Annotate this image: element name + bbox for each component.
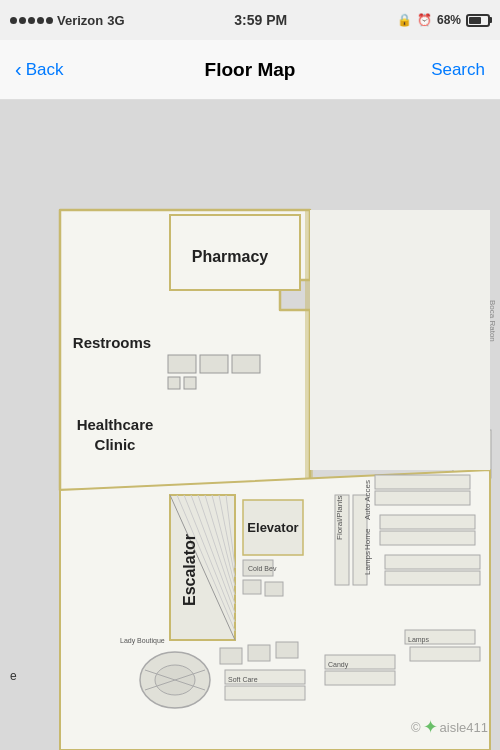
- svg-text:Auto Acces: Auto Acces: [363, 480, 372, 520]
- floor-map-svg: Pharmacy Restrooms Healthcare Clinic Sun…: [0, 100, 500, 750]
- lock-icon: 🔒: [397, 13, 412, 27]
- brand-name: aisle411: [440, 720, 488, 735]
- svg-text:Healthcare: Healthcare: [77, 416, 154, 433]
- svg-rect-6: [200, 355, 228, 373]
- signal-dot-1: [10, 17, 17, 24]
- svg-rect-87: [243, 580, 261, 594]
- status-time: 3:59 PM: [234, 12, 287, 28]
- floor-map[interactable]: Pharmacy Restrooms Healthcare Clinic Sun…: [0, 100, 500, 750]
- signal-dot-4: [37, 17, 44, 24]
- svg-text:Cold Bev: Cold Bev: [248, 565, 277, 572]
- signal-dots: [10, 17, 53, 24]
- svg-rect-79: [225, 686, 305, 700]
- carrier-text: Verizon: [57, 13, 103, 28]
- status-bar: Verizon 3G 3:59 PM 🔒 ⏰ 68%: [0, 0, 500, 40]
- svg-text:Restrooms: Restrooms: [73, 334, 151, 351]
- copyright-text: ©: [411, 720, 421, 735]
- network-text: 3G: [107, 13, 124, 28]
- svg-text:Home: Home: [363, 528, 372, 550]
- svg-text:Lamps: Lamps: [408, 636, 430, 644]
- signal-dot-5: [46, 17, 53, 24]
- watermark: © ✦ aisle411: [411, 716, 488, 738]
- svg-rect-65: [385, 555, 480, 569]
- svg-rect-9: [184, 377, 196, 389]
- battery-percent: 68%: [437, 13, 461, 27]
- svg-rect-8: [168, 377, 180, 389]
- svg-text:Soft Care: Soft Care: [228, 676, 258, 683]
- svg-text:Boca Raton: Boca Raton: [488, 300, 497, 342]
- svg-rect-63: [380, 515, 475, 529]
- svg-text:Candy: Candy: [328, 661, 349, 669]
- back-label: Back: [26, 60, 64, 80]
- aisle411-logo-icon: ✦: [423, 716, 438, 738]
- svg-text:Clinic: Clinic: [95, 436, 136, 453]
- svg-rect-88: [265, 582, 283, 596]
- alarm-icon: ⏰: [417, 13, 432, 27]
- back-chevron-icon: ‹: [15, 58, 22, 81]
- signal-dot-2: [19, 17, 26, 24]
- status-right: 🔒 ⏰ 68%: [397, 13, 490, 27]
- svg-rect-64: [380, 531, 475, 545]
- nav-bar: ‹ Back Floor Map Search: [0, 40, 500, 100]
- signal-dot-3: [28, 17, 35, 24]
- svg-rect-85: [410, 647, 480, 661]
- svg-rect-61: [375, 475, 470, 489]
- svg-rect-75: [248, 645, 270, 661]
- svg-text:Lady Boutique: Lady Boutique: [120, 637, 165, 645]
- back-button[interactable]: ‹ Back: [15, 58, 63, 81]
- svg-rect-74: [220, 648, 242, 664]
- svg-text:e: e: [10, 669, 17, 683]
- battery-fill: [469, 17, 481, 24]
- search-button[interactable]: Search: [431, 60, 485, 80]
- battery-icon: [466, 14, 490, 27]
- svg-marker-42: [310, 210, 490, 470]
- svg-rect-82: [325, 671, 395, 685]
- svg-text:Floral/Plants: Floral/Plants: [335, 496, 344, 540]
- svg-text:Lamps: Lamps: [363, 551, 372, 575]
- page-title: Floor Map: [205, 59, 296, 81]
- status-left: Verizon 3G: [10, 13, 125, 28]
- svg-rect-66: [385, 571, 480, 585]
- svg-text:Pharmacy: Pharmacy: [192, 248, 269, 265]
- svg-rect-7: [232, 355, 260, 373]
- svg-rect-5: [168, 355, 196, 373]
- svg-text:Elevator: Elevator: [247, 520, 298, 535]
- svg-text:Escalator: Escalator: [181, 534, 198, 606]
- svg-rect-76: [276, 642, 298, 658]
- svg-rect-62: [375, 491, 470, 505]
